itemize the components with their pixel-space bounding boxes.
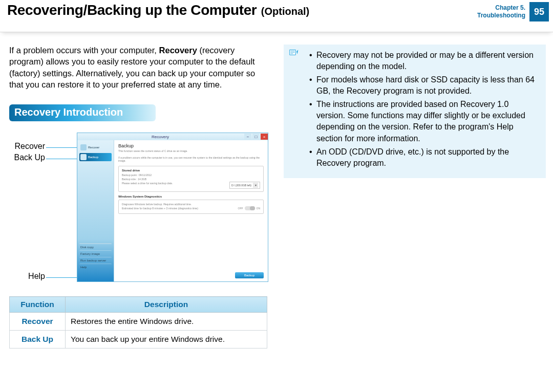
page-number: 95 xyxy=(529,2,549,21)
app-title: Recovery xyxy=(77,135,243,139)
note-item: An ODD (CD/DVD drive, etc.) is not suppo… xyxy=(309,146,539,169)
recovery-app-diagram: Recover Back Up Help Recovery − □ × xyxy=(9,133,270,286)
note-icon xyxy=(289,49,299,58)
callout-line xyxy=(46,159,80,159)
sidebar-item-recover[interactable]: Recover xyxy=(79,143,112,151)
td-description: Restores the entire Windows drive. xyxy=(66,313,267,331)
function-table: Function Description Recover Restores th… xyxy=(9,296,267,349)
td-function: Back Up xyxy=(10,331,66,349)
section-heading: Recovery Introduction xyxy=(9,104,156,121)
toggle-knob xyxy=(250,206,255,210)
note-list: Recovery may not be provided or may be a… xyxy=(291,50,539,169)
header-right: Chapter 5. Troubleshooting 95 xyxy=(477,0,553,24)
toggle-track xyxy=(245,206,255,210)
app-heading: Backup xyxy=(118,143,264,148)
chevron-down-icon: ▾ xyxy=(253,183,258,188)
sidebar-item-disk-copy[interactable]: Disk copy xyxy=(79,244,112,250)
note-box: Recovery may not be provided or may be a… xyxy=(284,45,546,178)
intro-paragraph: If a problem occurs with your computer, … xyxy=(9,45,270,90)
chapter-section: Troubleshooting xyxy=(477,12,525,19)
panel-title: Stored drive xyxy=(122,169,260,172)
close-icon[interactable]: × xyxy=(261,134,268,140)
callout-recover: Recover xyxy=(9,142,48,151)
intro-bold: Recovery xyxy=(159,46,197,55)
sidebar-item-backup[interactable]: Backup xyxy=(79,153,112,161)
sidebar-label: Backup xyxy=(88,156,98,159)
callout-backup: Back Up xyxy=(9,153,48,162)
sidebar-item-factory-image[interactable]: Factory image xyxy=(79,250,112,257)
panel-line: Backup size : 14.3GB xyxy=(122,178,260,181)
chapter-block: Chapter 5. Troubleshooting xyxy=(477,4,529,19)
page-header: Recovering/Backing up the Computer (Opti… xyxy=(0,0,553,32)
panel-line: Diagnoses Windows before backup. Require… xyxy=(122,203,260,206)
right-column: Recovery may not be provided or may be a… xyxy=(284,45,546,349)
minimize-icon[interactable]: − xyxy=(244,134,251,140)
maximize-icon[interactable]: □ xyxy=(252,134,260,140)
page-title: Recovering/Backing up the Computer xyxy=(7,2,257,18)
recover-icon xyxy=(80,144,87,150)
note-item: The instructions are provided based on R… xyxy=(309,99,539,144)
sidebar-item-help[interactable]: Help xyxy=(79,264,112,270)
stored-drive-panel: Stored drive Backup point : 09/11/2012 B… xyxy=(118,166,264,192)
th-description: Description xyxy=(66,297,267,313)
app-titlebar: Recovery − □ × xyxy=(77,133,268,140)
diagnostics-panel: Diagnoses Windows before backup. Require… xyxy=(118,200,264,214)
page-title-optional: (Optional) xyxy=(261,6,309,17)
app-sidebar: Recover Backup Disk copy Factory image R… xyxy=(77,140,114,281)
panel-line: Backup point : 09/11/2012 xyxy=(122,173,260,177)
app-desc2: If a problem occurs while the computer i… xyxy=(118,156,264,163)
table-row: Recover Restores the entire Windows driv… xyxy=(10,313,267,331)
sidebar-item-run-backup-server[interactable]: Run backup server xyxy=(79,257,112,264)
td-function: Recover xyxy=(10,313,66,331)
table-row: Back Up You can back up your entire Wind… xyxy=(10,331,267,349)
toggle-on-label: ON xyxy=(257,207,261,210)
intro-pre: If a problem occurs with your computer, xyxy=(9,46,159,55)
app-desc1: This function saves the current status o… xyxy=(118,149,264,153)
th-function: Function xyxy=(10,297,66,313)
sidebar-label: Recover xyxy=(88,146,99,149)
note-item: For models whose hard disk or SSD capaci… xyxy=(309,74,539,97)
backup-button[interactable]: Backup xyxy=(235,272,264,278)
note-item: Recovery may not be provided or may be a… xyxy=(309,50,539,72)
diagnostics-toggle[interactable]: OFF ON xyxy=(238,206,261,210)
diagnostics-title: Windows System Diagnostics xyxy=(118,195,264,198)
callout-help: Help xyxy=(9,272,48,281)
callout-line xyxy=(46,147,80,148)
recovery-app-window: Recovery − □ × Recover xyxy=(77,133,268,282)
drive-select[interactable]: D:\ (200.0GB left) ▾ xyxy=(229,182,260,189)
callout-line xyxy=(46,277,80,278)
toggle-off-label: OFF xyxy=(238,207,243,210)
app-main: Backup This function saves the current s… xyxy=(114,140,268,281)
left-column: If a problem occurs with your computer, … xyxy=(9,45,270,349)
backup-icon xyxy=(80,154,87,160)
td-description: You can back up your entire Windows driv… xyxy=(66,331,267,349)
chapter-number: Chapter 5. xyxy=(477,4,525,12)
drive-select-value: D:\ (200.0GB left) xyxy=(231,184,251,187)
